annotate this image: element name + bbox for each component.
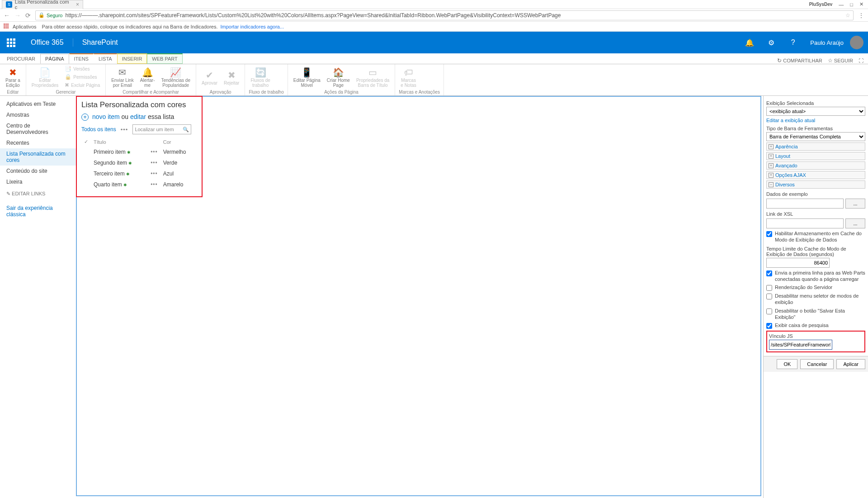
item-menu-icon[interactable]: ••• xyxy=(151,171,158,177)
nav-conteudo[interactable]: Conteúdo do site xyxy=(0,166,76,176)
address-bar: ← → ⟳ 🔒 Seguro https://———.sharepoint.co… xyxy=(0,9,868,22)
url-field[interactable]: 🔒 Seguro https://———.sharepoint.com/site… xyxy=(35,10,854,20)
titlebar-props-button[interactable]: ▭Propriedades da Barra de Título xyxy=(354,65,391,90)
nav-centro[interactable]: Centro de Desenvolvedores xyxy=(0,120,76,138)
forward-icon[interactable]: → xyxy=(14,12,21,19)
cache-timeout-input[interactable] xyxy=(766,258,830,268)
trend-icon: 📈 xyxy=(170,67,181,78)
close-tab-icon[interactable]: × xyxy=(76,1,79,8)
follow-button[interactable]: ☆ SEGUIR xyxy=(828,57,853,64)
acc-avancado[interactable]: +Avançado xyxy=(766,161,865,170)
apps-label[interactable]: Aplicativos xyxy=(13,24,37,29)
versions-button[interactable]: 📑Versões xyxy=(63,65,102,73)
selected-view-select[interactable]: <exibição atual> xyxy=(766,107,865,116)
edit-mobile-button[interactable]: 📱Editar Página Móvel xyxy=(292,65,322,90)
focus-icon[interactable]: ⛶ xyxy=(859,58,863,63)
edit-properties-button[interactable]: 📄Editar Propriedades xyxy=(30,65,60,90)
item-menu-icon[interactable]: ••• xyxy=(151,149,158,155)
cache-checkbox[interactable] xyxy=(766,231,772,237)
server-render-checkbox[interactable] xyxy=(766,285,772,291)
search-icon[interactable]: 🔍 xyxy=(183,127,189,133)
bookmark-star-icon[interactable]: ☆ xyxy=(845,12,850,19)
tags-notes-button[interactable]: 🏷Marcas e Notas xyxy=(399,65,418,90)
ok-button[interactable]: OK xyxy=(777,359,797,369)
jslink-input[interactable] xyxy=(769,340,832,350)
acc-layout[interactable]: +Layout xyxy=(766,152,865,160)
webpart-zone[interactable]: Lista Personalizada com cores + novo ite… xyxy=(76,96,761,496)
settings-gear-icon[interactable]: ⚙ xyxy=(760,32,782,53)
cancel-button[interactable]: Cancelar xyxy=(800,359,834,369)
sample-data-browse-button[interactable]: ... xyxy=(845,199,865,209)
share-button[interactable]: ↻ COMPARTILHAR xyxy=(777,57,822,64)
approve-button[interactable]: ✔Aprovar xyxy=(200,65,219,90)
acc-aparencia[interactable]: +Aparência xyxy=(766,142,865,151)
xsl-browse-button[interactable]: ... xyxy=(845,218,865,228)
item-menu-icon[interactable]: ••• xyxy=(151,181,158,188)
tab-procurar[interactable]: PROCURAR xyxy=(2,54,40,64)
popularity-button[interactable]: 📈Tendências de Popularidade xyxy=(159,65,192,90)
edit-links-button[interactable]: ✎ EDITAR LINKS xyxy=(0,187,76,200)
all-items-view[interactable]: Todos os itens xyxy=(81,126,116,133)
show-search-checkbox[interactable] xyxy=(766,323,772,329)
browser-tab[interactable]: S Lista Personalizada com c × xyxy=(2,0,83,9)
nav-aplicativos[interactable]: Aplicativos em Teste xyxy=(0,99,76,109)
left-nav: Aplicativos em Teste Amostras Centro de … xyxy=(0,96,76,498)
view-menu-icon[interactable]: ••• xyxy=(121,126,128,133)
delete-page-button[interactable]: ✖Excluir Página xyxy=(63,81,102,89)
app-label[interactable]: SharePoint xyxy=(73,38,127,47)
apps-icon[interactable] xyxy=(4,24,10,30)
sample-data-input[interactable] xyxy=(766,199,844,209)
window-maximize-icon[interactable]: □ xyxy=(850,2,853,7)
disable-view-menu-checkbox[interactable] xyxy=(766,294,772,299)
avatar[interactable] xyxy=(850,36,863,49)
edit-view-link[interactable]: Editar a exibição atual xyxy=(766,118,865,123)
user-name[interactable]: Paulo Araújo xyxy=(804,39,850,46)
workflows-button[interactable]: 🔄Fluxos de trabalho xyxy=(249,65,272,90)
help-icon[interactable]: ? xyxy=(782,32,804,53)
nav-amostras[interactable]: Amostras xyxy=(0,109,76,120)
make-homepage-button[interactable]: 🏠Criar Home Page xyxy=(325,65,352,90)
tab-lista[interactable]: LISTA xyxy=(94,53,117,64)
notifications-icon[interactable]: 🔔 xyxy=(739,32,760,53)
disable-saveview-checkbox[interactable] xyxy=(766,308,772,314)
table-row[interactable]: Primeiro item ✱•••Vermelho xyxy=(81,147,197,157)
edit-list-link[interactable]: editar xyxy=(130,113,146,120)
permissions-button[interactable]: 🔒Permissões xyxy=(63,73,102,81)
first-row-checkbox[interactable] xyxy=(766,270,772,276)
search-input[interactable]: Localizar um item 🔍 xyxy=(132,124,191,134)
jslink-highlight: Vínculo JS xyxy=(766,331,865,352)
window-close-icon[interactable]: ✕ xyxy=(859,1,863,7)
nav-lista-cores[interactable]: Lista Personalizada com cores xyxy=(0,148,76,166)
reject-button[interactable]: ✖Rejeitar xyxy=(222,65,241,90)
item-menu-icon[interactable]: ••• xyxy=(151,160,158,166)
tab-webpart[interactable]: WEB PART xyxy=(147,53,182,64)
email-link-button[interactable]: ✉Enviar Link por Email xyxy=(109,65,135,90)
stop-editing-button[interactable]: ✖Parar a Edição xyxy=(4,65,22,90)
new-item-link[interactable]: novo item xyxy=(92,113,120,120)
app-launcher-icon[interactable] xyxy=(0,32,22,53)
o365-label[interactable]: Office 365 xyxy=(22,38,73,47)
star-icon: ☆ xyxy=(828,57,833,64)
alert-me-button[interactable]: 🔔Alertar- me xyxy=(138,65,157,90)
back-icon[interactable]: ← xyxy=(4,12,10,19)
table-row[interactable]: Terceiro item ✱•••Azul xyxy=(81,168,197,179)
xsl-link-input[interactable] xyxy=(766,218,844,228)
tab-itens[interactable]: ITENS xyxy=(69,53,94,64)
toolbar-type-select[interactable]: Barra de Ferramentas Completa xyxy=(766,132,865,141)
acc-diversos[interactable]: −Diversos xyxy=(766,180,865,189)
apply-button[interactable]: Aplicar xyxy=(836,359,865,369)
acc-ajax[interactable]: +Opções AJAX xyxy=(766,171,865,179)
exit-classic-link[interactable]: Sair da experiência clássica xyxy=(0,200,76,222)
table-row[interactable]: Segundo item ✱•••Verde xyxy=(81,157,197,168)
chrome-menu-icon[interactable]: ⋮ xyxy=(858,12,864,19)
table-row[interactable]: Quarto item ✱•••Amarelo xyxy=(81,179,197,190)
import-bookmarks-link[interactable]: Importar indicadores agora... xyxy=(221,24,284,29)
plus-icon[interactable]: + xyxy=(81,114,89,121)
tab-pagina[interactable]: PÁGINA xyxy=(40,54,69,64)
tab-inserir[interactable]: INSERIR xyxy=(117,53,147,64)
nav-recentes[interactable]: Recentes xyxy=(0,138,76,148)
permissions-icon: 🔒 xyxy=(65,74,71,80)
window-minimize-icon[interactable]: — xyxy=(839,2,844,7)
nav-lixeira[interactable]: Lixeira xyxy=(0,176,76,187)
reload-icon[interactable]: ⟳ xyxy=(25,12,31,19)
